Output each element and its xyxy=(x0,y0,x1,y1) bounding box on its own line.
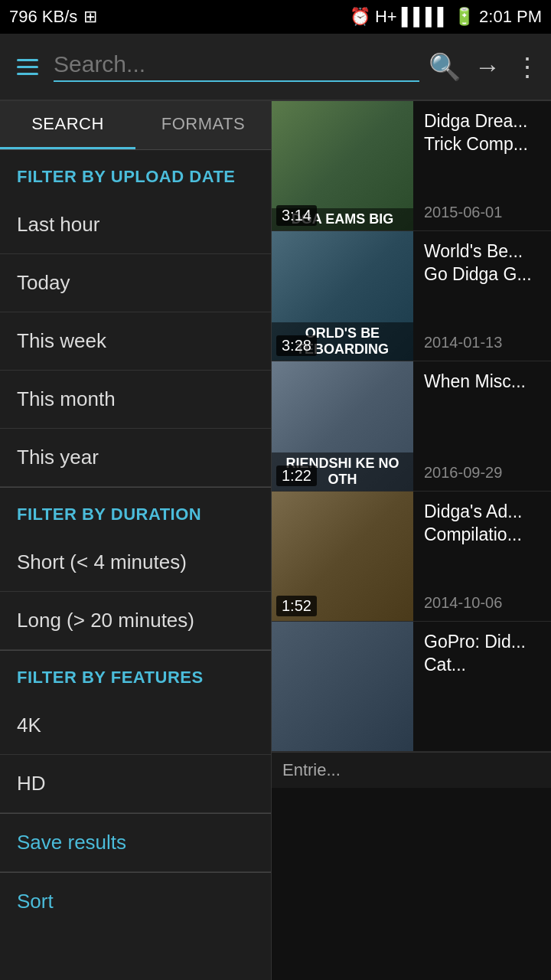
video-title: World's Be... Go Didga G... xyxy=(424,240,540,286)
search-icon[interactable]: 🔍 xyxy=(429,51,461,82)
video-date: 2016-09-29 xyxy=(424,464,540,482)
filter-long[interactable]: Long (> 20 minutes) xyxy=(0,592,271,650)
video-item[interactable]: ORLD'S BE TEBOARDING 3:28 World's Be... … xyxy=(272,231,551,361)
tabs-row: SEARCH FORMATS xyxy=(0,101,271,150)
forward-icon[interactable]: → xyxy=(474,52,500,82)
filter-duration-title: FILTER BY DURATION xyxy=(0,488,271,534)
filter-today[interactable]: Today xyxy=(0,254,271,312)
status-right: ⏰ H+ ▌▌▌▌ 🔋 2:01 PM xyxy=(350,7,542,27)
filter-this-month[interactable]: This month xyxy=(0,371,271,429)
video-thumbnail: RIENDSHI KE NO OTH 1:22 xyxy=(272,361,413,491)
filter-features-title: FILTER BY FEATURES xyxy=(0,651,271,697)
thumb-image: 1:52 xyxy=(272,492,413,621)
video-info: When Misc... 2016-09-29 xyxy=(413,361,551,491)
filter-this-week[interactable]: This week xyxy=(0,312,271,371)
filter-hd[interactable]: HD xyxy=(0,755,271,813)
screenshot-icon: ⊞ xyxy=(83,7,97,27)
filter-upload-date-title: FILTER BY UPLOAD DATE xyxy=(0,150,271,196)
battery-icon: 🔋 xyxy=(454,7,474,27)
menu-button[interactable] xyxy=(11,50,44,83)
more-options-icon[interactable]: ⋮ xyxy=(514,51,540,82)
video-thumbnail: ORLD'S BE TEBOARDING 3:28 xyxy=(272,231,413,361)
video-date: 2014-01-13 xyxy=(424,334,540,351)
status-left: 796 KB/s ⊞ xyxy=(9,7,97,27)
menu-icon-line xyxy=(17,73,38,75)
search-input[interactable]: didga xyxy=(54,51,419,77)
video-info: Didga Drea... Trick Comp... 2015-06-01 xyxy=(413,101,551,230)
thumb-image: RIENDSHI KE NO OTH 1:22 xyxy=(272,361,413,491)
thumb-image xyxy=(272,622,413,751)
save-results-button[interactable]: Save results xyxy=(0,814,271,872)
video-date: 2014-10-06 xyxy=(424,594,540,612)
video-duration: 3:14 xyxy=(276,205,317,226)
video-title: Didga's Ad... Compilatio... xyxy=(424,501,540,547)
video-item[interactable]: GoPro: Did... Cat... xyxy=(272,622,551,752)
toolbar: didga 🔍 → ⋮ xyxy=(0,34,551,101)
entries-bar: Entrie... xyxy=(272,752,551,788)
video-thumbnail xyxy=(272,622,413,751)
filter-4k[interactable]: 4K xyxy=(0,697,271,755)
menu-icon-line xyxy=(17,66,38,68)
video-thumbnail: 1:52 xyxy=(272,492,413,621)
toolbar-icons: 🔍 → ⋮ xyxy=(429,51,540,82)
clock: 2:01 PM xyxy=(479,7,542,27)
video-title: When Misc... xyxy=(424,371,540,394)
filter-last-hour[interactable]: Last hour xyxy=(0,196,271,254)
video-title: Didga Drea... Trick Comp... xyxy=(424,110,540,156)
video-info: Didga's Ad... Compilatio... 2014-10-06 xyxy=(413,492,551,621)
thumb-image: DGA EAMS BIG 3:14 xyxy=(272,101,413,230)
filter-this-year[interactable]: This year xyxy=(0,429,271,487)
filter-short[interactable]: Short (< 4 minutes) xyxy=(0,534,271,592)
left-panel: SEARCH FORMATS FILTER BY UPLOAD DATE Las… xyxy=(0,101,272,980)
video-item[interactable]: RIENDSHI KE NO OTH 1:22 When Misc... 201… xyxy=(272,361,551,492)
menu-icon-line xyxy=(17,59,38,61)
network-speed: 796 KB/s xyxy=(9,7,77,27)
video-duration: 1:52 xyxy=(276,596,317,616)
main-content: SEARCH FORMATS FILTER BY UPLOAD DATE Las… xyxy=(0,101,551,980)
thumb-image: ORLD'S BE TEBOARDING 3:28 xyxy=(272,231,413,361)
video-item[interactable]: 1:52 Didga's Ad... Compilatio... 2014-10… xyxy=(272,492,551,622)
right-panel: DGA EAMS BIG 3:14 Didga Drea... Trick Co… xyxy=(272,101,551,980)
video-date: 2015-06-01 xyxy=(424,204,540,221)
signal-icon: ▌▌▌▌ xyxy=(402,7,449,27)
video-item[interactable]: DGA EAMS BIG 3:14 Didga Drea... Trick Co… xyxy=(272,101,551,231)
video-info: GoPro: Did... Cat... xyxy=(413,622,551,751)
alarm-icon: ⏰ xyxy=(350,7,370,27)
video-thumbnail: DGA EAMS BIG 3:14 xyxy=(272,101,413,230)
tab-search[interactable]: SEARCH xyxy=(0,101,135,149)
video-title: GoPro: Did... Cat... xyxy=(424,631,540,677)
search-wrapper: didga xyxy=(54,51,419,82)
hplus-icon: H+ xyxy=(375,7,397,27)
tab-formats[interactable]: FORMATS xyxy=(135,101,271,149)
video-duration: 3:28 xyxy=(276,335,317,356)
video-info: World's Be... Go Didga G... 2014-01-13 xyxy=(413,231,551,361)
video-duration: 1:22 xyxy=(276,466,317,486)
status-bar: 796 KB/s ⊞ ⏰ H+ ▌▌▌▌ 🔋 2:01 PM xyxy=(0,0,551,34)
sort-button[interactable]: Sort xyxy=(0,873,271,930)
